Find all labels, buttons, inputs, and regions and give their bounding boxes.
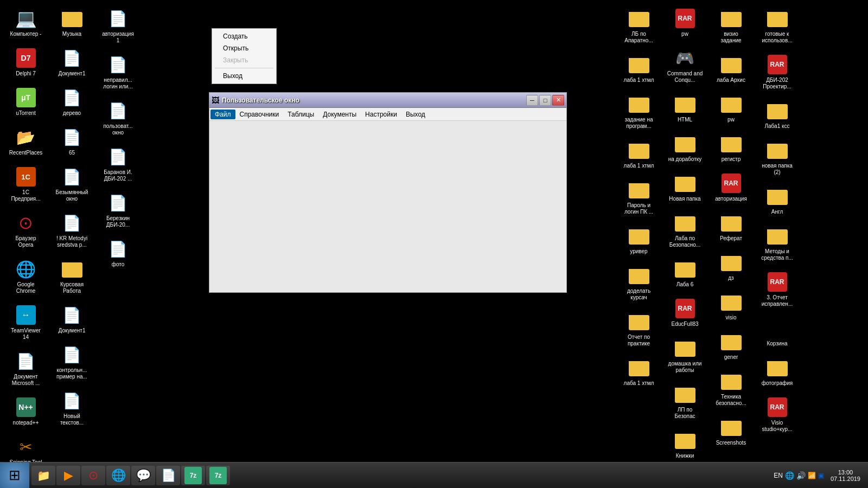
desktop-icon-fotografiya[interactable]: фотография: [757, 355, 797, 389]
dropdown-item-exit[interactable]: Выход: [212, 70, 276, 82]
desktop-icon-teamviewer[interactable]: ↔ TeamViewer 14: [5, 302, 46, 343]
desktop-icon-bezymyanny[interactable]: 📄 Безымянный окно: [52, 164, 92, 204]
desktop-icon-na-dorabotku[interactable]: на доработку: [665, 131, 705, 165]
desktop-icon-foto[interactable]: 📄 фото: [98, 236, 138, 270]
app-window: 🖼 Пользовательское окно ─ □ ✕ Файл Справ…: [209, 92, 567, 293]
desktop-icon-knizhki[interactable]: Книжки: [665, 427, 705, 461]
desktop-icon-pw[interactable]: pw: [711, 91, 751, 125]
desktop-icon-dbi202[interactable]: RAR ДБИ-202 Проектир...: [757, 52, 797, 92]
clock[interactable]: 13:00 07.11.2019: [827, 469, 864, 482]
file-dropdown-menu: Создать Открыть Закрыть Выход: [212, 28, 277, 84]
desktop-icons-left: 💻 Компьютер - D7 Delphi 7 μT uTorrent 📂 …: [5, 5, 127, 472]
desktop-icon-65[interactable]: 📄 65: [52, 124, 92, 158]
desktop-icon-korzina[interactable]: 🗑 Корзина: [757, 315, 797, 349]
desktop-icon-dokument1[interactable]: 📄 Документ1: [52, 45, 92, 79]
taskbar-item-7zip[interactable]: 7z: [181, 466, 205, 485]
desktop-icon-gotovye[interactable]: готовые к использов...: [757, 5, 797, 46]
desktop-icon-laba1-kss[interactable]: Лаба1 ксс: [757, 98, 797, 132]
menu-item-nastroyki[interactable]: Настройки: [361, 110, 401, 119]
desktop-icon-notepadpp[interactable]: N++ notepad++: [5, 394, 46, 428]
desktop-icon-lp-bezopas[interactable]: ЛП по Безопас: [665, 381, 705, 422]
start-button[interactable]: ⊞: [0, 463, 29, 489]
desktop-icon-laba1-html[interactable]: лаба 1 хтмл: [618, 52, 659, 86]
lang-indicator[interactable]: EN: [774, 472, 783, 479]
desktop-icon-metody[interactable]: Методы и средства п...: [757, 223, 797, 264]
desktop-icon-novaya-papka2[interactable]: новая папка (2): [757, 137, 797, 178]
taskbar-item-word[interactable]: 📄: [156, 466, 180, 485]
dropdown-separator: [215, 68, 273, 68]
desktop-icon-berezkin[interactable]: 📄 Березкин ДБИ-20...: [98, 190, 138, 230]
desktop-icon-lb-aparatno[interactable]: ЛБ по Апаратно...: [618, 5, 659, 46]
desktop-icon-command-conq[interactable]: 🎮 Command and Conqu...: [665, 45, 705, 86]
desktop-icon-novaya-papka[interactable]: Новая папка: [665, 170, 705, 204]
menu-item-spravochniki[interactable]: Справочники: [235, 110, 284, 119]
dropdown-item-open[interactable]: Открыть: [212, 42, 276, 54]
window-menubar: Файл Справочники Таблицы Документы Настр…: [209, 108, 566, 121]
desktop-icon-opera-browser[interactable]: ⊙ Браузер Opera: [5, 210, 46, 251]
desktop-icon-derevo[interactable]: 📄 дерево: [52, 85, 92, 119]
desktop-icon-zadanie-program[interactable]: задание на програм...: [618, 91, 659, 132]
desktop-icon-baranov[interactable]: 📄 Баранов И. ДБИ-202 ...: [98, 144, 138, 184]
menu-item-vyhod[interactable]: Выход: [401, 110, 430, 119]
desktop-icon-avtorizatsiya-rar[interactable]: RAR авторизация: [711, 170, 751, 204]
desktop-icon-kursovaya[interactable]: Курсовая Работа: [52, 256, 92, 297]
desktop-icon-dodelat-kursac[interactable]: доделать курсач: [618, 262, 659, 303]
desktop-icon-otchet3[interactable]: RAR 3. Отчет исправлен...: [757, 269, 797, 310]
desktop-icon-registr[interactable]: регистр: [711, 131, 751, 165]
desktop-icon-vizio-zadanie[interactable]: визио задание: [711, 5, 751, 46]
desktop-icon-delphi7[interactable]: D7 Delphi 7: [5, 45, 46, 79]
desktop-icon-dokument1-2[interactable]: 📄 Документ1: [52, 302, 92, 336]
desktop-icon-1c[interactable]: 1С 1С Предприя...: [5, 164, 46, 204]
desktop-icon-visio[interactable]: visio: [711, 289, 751, 323]
taskbar-item-7zip2[interactable]: 7z: [206, 466, 230, 485]
desktop-icon-tekhnika[interactable]: Техника безопасно...: [711, 368, 751, 409]
window-minimize-button[interactable]: ─: [526, 95, 538, 106]
desktop-icon-gener[interactable]: gener: [711, 329, 751, 363]
dropdown-item-close: Закрыть: [212, 54, 276, 66]
menu-item-file[interactable]: Файл: [210, 110, 235, 119]
desktop-icon-referat[interactable]: Реферат: [711, 210, 751, 244]
desktop-icon-doc-microsoft[interactable]: 📄 Документ Microsoft ...: [5, 348, 46, 389]
desktop-icon-polzovatel[interactable]: 📄 пользоват... окно: [98, 98, 138, 138]
desktop-icon-laba-bezopas[interactable]: Лаба по Безопасно...: [665, 210, 705, 251]
desktop-icon-avtorizatsiya1[interactable]: 📄 авторизация 1: [98, 5, 138, 46]
desktop-icon-visio-studio[interactable]: RAR Visio studio+кур...: [757, 394, 797, 435]
desktop-icon-muzyka[interactable]: Музыка: [52, 5, 92, 40]
desktop-icon-screenshots[interactable]: Screenshots: [711, 414, 751, 448]
desktop-icon-otchet-praktike[interactable]: Отчет по практике: [618, 309, 659, 349]
taskbar-items: 📁 ▶ ⊙ 🌐 💬 📄 7z 7z: [29, 463, 769, 488]
desktop-icon-novy-tekst[interactable]: 📄 Новый текстов...: [52, 388, 92, 428]
desktop-icon-laba1-html3[interactable]: лаба 1 хтмл: [618, 355, 659, 389]
desktop-icon-recentplaces[interactable]: 📂 RecentPlaces: [5, 124, 46, 158]
desktop-icon-pw-rar[interactable]: RAR pw: [665, 5, 705, 40]
desktop-icon-laba-arkhis[interactable]: лаба Архис: [711, 52, 751, 86]
taskbar-item-opera[interactable]: ⊙: [81, 466, 105, 485]
desktop-icon-kr-metodyi[interactable]: 📄 ! KR Metodyi sredstva p...: [52, 210, 92, 251]
desktop-icon-computer[interactable]: 💻 Компьютер -: [5, 5, 46, 40]
taskbar-item-skype[interactable]: 💬: [131, 466, 155, 485]
desktop-icon-dz[interactable]: дз: [711, 249, 751, 284]
taskbar-item-chrome[interactable]: 🌐: [106, 466, 130, 485]
desktop-icon-laba1-html2[interactable]: лаба 1 хтмл: [618, 137, 659, 171]
desktop-icon-google-chrome[interactable]: 🌐 Google Chrome: [5, 256, 46, 297]
network-icon: 🌐: [785, 471, 794, 480]
taskbar-item-media[interactable]: ▶: [56, 466, 80, 485]
window-maximize-button[interactable]: □: [539, 95, 551, 106]
taskbar-item-explorer[interactable]: 📁: [31, 466, 55, 485]
desktop-icon-parol[interactable]: Пароль и логин ПК ...: [618, 177, 659, 217]
desktop-icon-utorrent[interactable]: μT uTorrent: [5, 85, 46, 119]
desktop-icon-kontrolnaya[interactable]: 📄 контрольн... пример на...: [52, 342, 92, 382]
desktop-icon-laba6[interactable]: Лаба 6: [665, 256, 705, 290]
window-close-button[interactable]: ✕: [552, 95, 564, 106]
desktop-icon-domashka[interactable]: домашка или работы: [665, 335, 705, 376]
menu-item-dokumenty[interactable]: Документы: [318, 110, 361, 119]
menu-item-tablitsy[interactable]: Таблицы: [283, 110, 318, 119]
audio-icon: 🔊: [796, 471, 806, 480]
desktop-icon-angl[interactable]: Англ: [757, 183, 797, 217]
desktop-icon-html[interactable]: HTML: [665, 91, 705, 125]
dropdown-item-create[interactable]: Создать: [212, 30, 276, 42]
explorer-icon: 📁: [37, 469, 50, 482]
desktop-icon-nepravilno[interactable]: 📄 неправил... логин или...: [98, 52, 138, 92]
desktop-icon-uriver[interactable]: уривер: [618, 223, 659, 257]
desktop-icon-educfull83[interactable]: RAR EducFull83: [665, 296, 705, 330]
